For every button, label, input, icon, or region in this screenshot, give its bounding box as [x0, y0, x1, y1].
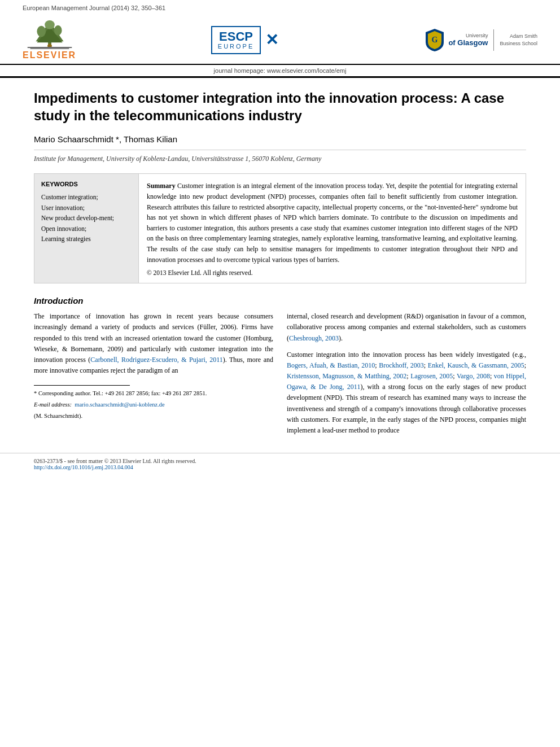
ref-enkel: Enkel, Kausch, & Gassmann, 2005	[428, 361, 524, 369]
footnote-email-link[interactable]: mario.schaarschmidt@uni-koblenz.de	[75, 401, 165, 408]
journal-homepage-bar: journal homepage: www.elsevier.com/locat…	[0, 65, 560, 78]
business-school-line: Business School	[500, 40, 537, 47]
bottom-bar: 0263-2373/$ - see front matter © 2013 El…	[0, 453, 560, 475]
footnote-divider	[34, 385, 130, 389]
glasgow-shield-icon: G	[425, 28, 445, 53]
keywords-box: KEYWORDS Customer integration; User inno…	[34, 174, 139, 283]
intro-col2-para1: internal, closed research and developmen…	[287, 311, 526, 344]
adam-smith-text-block: Adam Smith Business School	[500, 33, 537, 47]
svg-point-4	[37, 26, 46, 37]
ref-bogers: Bogers, Afuah, & Bastian, 2010	[287, 361, 375, 369]
doi-link[interactable]: http://dx.doi.org/10.1016/j.emj.2013.04.…	[34, 464, 133, 470]
introduction-section: Introduction The importance of innovatio…	[34, 296, 526, 442]
center-section: ESCP EUROPE ✕	[76, 26, 413, 54]
svg-rect-10	[27, 47, 72, 48]
keywords-title: KEYWORDS	[41, 181, 132, 187]
journal-homepage-text: journal homepage: www.elsevier.com/locat…	[214, 67, 347, 74]
ref-chesbrough: Chesbrough, 2003	[289, 334, 339, 342]
affiliation: Institute for Management, University of …	[34, 150, 526, 163]
svg-point-6	[45, 20, 55, 29]
keyword-2: User innovation;	[41, 203, 132, 213]
journal-ref-text: European Management Journal (2014) 32, 3…	[23, 5, 165, 11]
ref-lagrosen: Lagrosen, 2005	[410, 372, 453, 380]
page: European Management Journal (2014) 32, 3…	[0, 0, 560, 747]
two-column-layout: The importance of innovation has grown i…	[34, 311, 526, 442]
footnote-email-label: E-mail address:	[34, 401, 72, 408]
footnote-2-suffix: (M. Schaarschmidt).	[34, 412, 273, 421]
logo-divider	[493, 29, 494, 51]
summary-label: Summary	[147, 182, 176, 190]
authors: Mario Schaarschmidt *, Thomas Kilian	[34, 134, 526, 144]
article-title: Impediments to customer integration into…	[34, 89, 526, 124]
glasgow-text-block: University of Glasgow	[448, 33, 488, 47]
elsevier-text: ELSEVIER	[23, 50, 76, 60]
footnote-2: E-mail address: mario.schaarschmidt@uni-…	[34, 400, 273, 409]
keyword-3: New product develop-ment;	[41, 213, 132, 223]
issn-text: 0263-2373/$ - see front matter © 2013 El…	[34, 458, 526, 464]
adam-smith-line: Adam Smith	[500, 33, 537, 40]
ref-carbonell: Car­bonell, Rodriguez-Escudero, & Pujari…	[90, 356, 222, 364]
keyword-1: Customer integration;	[41, 192, 132, 202]
escp-cross-icon: ✕	[265, 30, 278, 49]
escp-logo: ESCP EUROPE	[211, 26, 261, 54]
footnote-1: * Corresponding author. Tel.: +49 261 28…	[34, 389, 273, 398]
glasgow-logo-section: G University of Glasgow Adam Smith Busin…	[413, 28, 537, 53]
keywords-list: Customer integration; User innovation; N…	[41, 192, 132, 244]
escp-text: ESCP	[218, 30, 254, 43]
abstract-body: Customer integration is an integral elem…	[147, 182, 518, 263]
svg-text:G: G	[432, 36, 438, 44]
main-content: Impediments to customer integration into…	[0, 78, 560, 453]
escp-logo-wrapper: ESCP EUROPE ✕	[76, 26, 413, 54]
ref-vargo: Vargo, 2008	[457, 372, 490, 380]
abstract-text: Summary Customer integration is an integ…	[147, 181, 518, 265]
keyword-4: Open innovation;	[41, 224, 132, 234]
abstract-box: Summary Customer integration is an integ…	[139, 174, 526, 283]
keyword-5: Learning strategies	[41, 234, 132, 244]
svg-point-5	[54, 25, 62, 36]
ref-kristensson: Kristensson, Magnusson, & Matthing, 2002	[287, 372, 406, 380]
abstract-copyright: © 2013 Elsevier Ltd. All rights reserved…	[147, 269, 518, 276]
elsevier-tree-icon	[24, 19, 75, 50]
section-title-introduction: Introduction	[34, 296, 526, 305]
footnote-1-text: * Corresponding author. Tel.: +49 261 28…	[34, 390, 207, 396]
escp-europe-text: EUROPE	[218, 43, 254, 50]
elsevier-logo: ELSEVIER	[23, 19, 76, 60]
intro-col1-para1: The importance of innovation has grown i…	[34, 311, 273, 376]
right-column: internal, closed research and developmen…	[287, 311, 526, 442]
keywords-abstract-section: KEYWORDS Customer integration; User inno…	[34, 173, 526, 283]
left-column: The importance of innovation has grown i…	[34, 311, 273, 442]
glasgow-logo: G University of Glasgow Adam Smith Busin…	[413, 28, 537, 53]
journal-reference: European Management Journal (2014) 32, 3…	[0, 0, 560, 14]
header-logos: ELSEVIER ESCP EUROPE ✕ G	[0, 14, 560, 65]
svg-rect-8	[49, 43, 51, 47]
glasgow-name: of Glasgow	[448, 38, 488, 47]
ref-brockhoff: Brockhoff, 2003	[379, 361, 424, 369]
university-of-text: University	[448, 33, 488, 38]
intro-col2-para2: Customer integration into the innovation…	[287, 350, 526, 436]
